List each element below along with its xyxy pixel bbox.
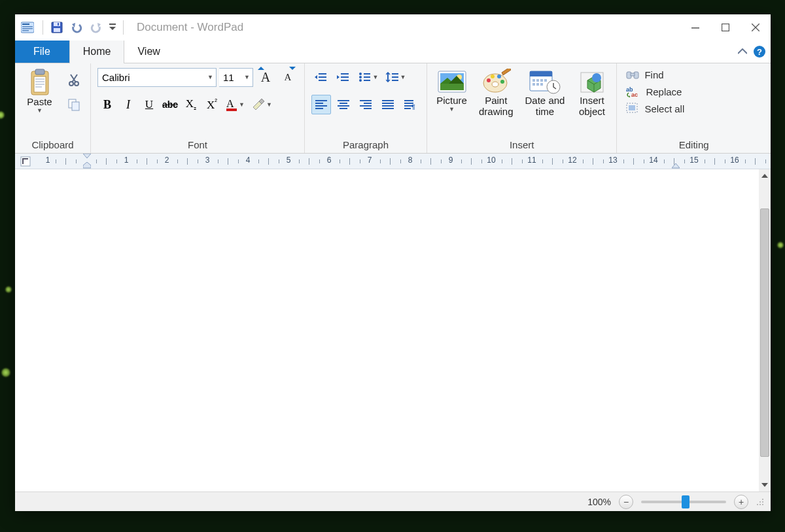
cut-button[interactable] — [64, 70, 84, 90]
list-button[interactable]: ▼ — [356, 67, 381, 87]
bold-button[interactable]: B — [97, 95, 117, 114]
group-editing: Find abac Replace Select all Editing — [617, 63, 771, 153]
decrease-indent-button[interactable] — [311, 67, 331, 87]
svg-point-55 — [762, 504, 763, 505]
tab-home[interactable]: Home — [69, 41, 125, 63]
copy-button[interactable] — [64, 95, 84, 114]
paste-button[interactable]: Paste ▼ — [22, 67, 58, 115]
svg-rect-22 — [72, 102, 79, 110]
dropdown-icon: ▼ — [207, 74, 213, 80]
help-button[interactable]: ? — [754, 46, 765, 58]
qat-customize-button[interactable] — [107, 19, 118, 36]
resize-grip-icon[interactable] — [756, 498, 764, 506]
increase-indent-button[interactable] — [334, 67, 353, 87]
svg-point-20 — [75, 82, 78, 86]
dropdown-icon: ▼ — [37, 107, 43, 114]
app-icon — [20, 20, 35, 35]
group-font: Calibri▼ 11▼ A A B I U abc X₂ X² A▼ ▼ Fo… — [91, 63, 305, 153]
save-button[interactable] — [48, 19, 65, 36]
svg-point-53 — [757, 504, 758, 505]
undo-button[interactable] — [68, 19, 85, 36]
titlebar: Document - WordPad — [15, 14, 771, 41]
strikethrough-button[interactable]: abc — [160, 95, 180, 114]
svg-point-33 — [487, 78, 491, 82]
chevron-up-icon — [738, 48, 747, 55]
copy-icon — [67, 98, 80, 111]
document-area — [15, 169, 771, 491]
redo-icon — [90, 22, 103, 33]
svg-rect-38 — [530, 71, 552, 76]
zoom-slider[interactable] — [641, 501, 726, 503]
maximize-button[interactable] — [710, 14, 741, 41]
object-icon — [578, 69, 606, 95]
align-left-button[interactable] — [311, 95, 331, 114]
svg-rect-15 — [35, 78, 44, 80]
replace-button[interactable]: abac Replace — [623, 84, 764, 99]
vertical-scrollbar[interactable] — [759, 169, 771, 491]
subscript-button[interactable]: X₂ — [181, 95, 201, 114]
tab-file[interactable]: File — [15, 41, 69, 63]
label: Select all — [644, 103, 684, 114]
zoom-in-button[interactable]: + — [734, 495, 748, 509]
shrink-font-button[interactable]: A — [278, 67, 298, 87]
svg-point-23 — [359, 73, 362, 75]
align-center-button[interactable] — [334, 95, 353, 114]
superscript-button[interactable]: X² — [202, 95, 222, 114]
ruler[interactable]: 112345678910111213141516 — [15, 154, 771, 169]
find-button[interactable]: Find — [623, 67, 764, 82]
label: Replace — [646, 86, 682, 97]
group-font-label: Font — [97, 138, 298, 150]
underline-button[interactable]: U — [139, 95, 159, 114]
scroll-thumb[interactable] — [760, 208, 769, 457]
redo-button[interactable] — [88, 19, 105, 36]
scroll-down-button[interactable] — [759, 478, 771, 491]
font-family-combo[interactable]: Calibri▼ — [97, 68, 217, 87]
svg-point-52 — [762, 501, 763, 503]
tab-view[interactable]: View — [124, 41, 173, 63]
minimize-button[interactable] — [680, 14, 710, 41]
zoom-level: 100% — [587, 497, 611, 507]
align-right-button[interactable] — [356, 95, 375, 114]
zoom-out-button[interactable]: − — [619, 495, 633, 509]
select-all-icon — [626, 103, 639, 114]
document-page[interactable] — [15, 169, 759, 491]
italic-button[interactable]: I — [118, 95, 138, 114]
line-spacing-button[interactable]: ▼ — [383, 67, 408, 87]
group-editing-label: Editing — [623, 138, 764, 150]
svg-point-19 — [69, 82, 73, 86]
svg-rect-48 — [629, 105, 635, 110]
group-paragraph-label: Paragraph — [311, 138, 420, 150]
zoom-slider-knob[interactable] — [682, 495, 689, 508]
scroll-up-button[interactable] — [759, 169, 771, 182]
svg-point-41 — [592, 73, 601, 82]
insert-picture-button[interactable]: Picture▼ — [434, 67, 470, 114]
close-button[interactable] — [741, 14, 771, 41]
insert-object-button[interactable]: Insert object — [574, 67, 610, 119]
justify-button[interactable] — [378, 95, 398, 114]
svg-point-24 — [359, 76, 362, 78]
scroll-track[interactable] — [759, 182, 771, 478]
insert-datetime-button[interactable]: Date and time — [523, 67, 568, 119]
ribbon: Paste ▼ Clipboard Calibri▼ 11▼ A A — [15, 63, 771, 154]
collapse-ribbon-button[interactable] — [738, 48, 747, 55]
insert-paint-button[interactable]: Paint drawing — [476, 67, 516, 119]
chevron-down-icon — [109, 24, 116, 31]
label: Picture — [436, 95, 467, 106]
ribbon-tabs: File Home View ? — [15, 41, 771, 63]
group-clipboard: Paste ▼ Clipboard — [15, 63, 91, 153]
svg-rect-7 — [58, 23, 59, 25]
svg-rect-16 — [35, 81, 44, 82]
svg-text:¶: ¶ — [411, 104, 415, 110]
font-size-combo[interactable]: 11▼ — [219, 68, 253, 87]
grow-font-button[interactable]: A — [256, 67, 275, 87]
svg-point-36 — [500, 80, 504, 84]
svg-rect-1 — [22, 24, 29, 25]
selectall-button[interactable]: Select all — [623, 101, 764, 116]
font-color-button[interactable]: A▼ — [223, 95, 248, 114]
undo-icon — [70, 22, 83, 33]
paragraph-button[interactable]: ¶ — [400, 95, 420, 114]
svg-point-54 — [759, 504, 761, 505]
group-insert: Picture▼ Paint drawing Date and time Ins… — [427, 63, 617, 153]
svg-rect-17 — [35, 84, 44, 85]
highlight-button[interactable]: ▼ — [249, 95, 274, 114]
